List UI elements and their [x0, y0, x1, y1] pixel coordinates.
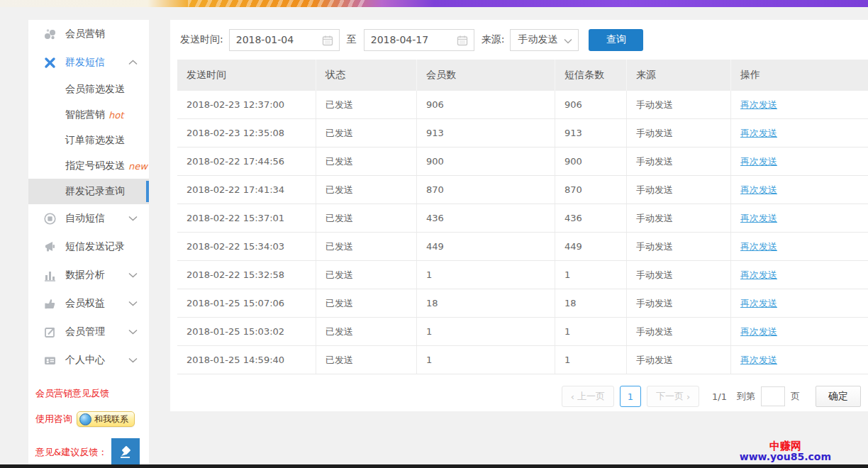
- cell-status: 已发送: [316, 233, 417, 260]
- column-header-member-count: 会员数: [417, 60, 555, 91]
- cell-status: 已发送: [316, 176, 417, 204]
- confirm-button[interactable]: 确定: [816, 386, 861, 407]
- member-marketing-feedback-link[interactable]: 会员营销意见反馈: [35, 387, 149, 400]
- resend-link[interactable]: 再次发送: [740, 155, 777, 168]
- cell-send-time: 2018-02-22 17:41:34: [177, 176, 316, 204]
- id-card-icon: [43, 354, 57, 367]
- sidebar-item-label: 个人中心: [65, 354, 105, 367]
- site-watermark: 中赚网 www.you85.com: [740, 441, 831, 462]
- pagination: ‹上一页 1 下一页› 1/1 到第 页 确定: [170, 386, 861, 407]
- cell-member-count: 906: [417, 91, 555, 118]
- sidebar-item-auto-sms[interactable]: 自动短信: [28, 204, 149, 233]
- cell-send-time: 2018-02-22 15:34:03: [177, 233, 316, 260]
- sidebar-item-data-analysis[interactable]: 数据分析: [28, 261, 149, 289]
- goto-page-input[interactable]: [761, 386, 785, 406]
- resend-link[interactable]: 再次发送: [740, 240, 777, 253]
- cell-sms-count: 1: [555, 346, 627, 374]
- cell-source: 手动发送: [627, 233, 731, 260]
- sidebar-item-member-management[interactable]: 会员管理: [28, 318, 149, 346]
- cross-tools-icon: [43, 56, 57, 69]
- resend-link[interactable]: 再次发送: [740, 99, 777, 111]
- cell-actions: 再次发送: [731, 346, 868, 374]
- date-to-input[interactable]: [365, 34, 448, 45]
- chevron-down-icon: [128, 301, 138, 306]
- page-number-button[interactable]: 1: [620, 386, 641, 407]
- chevron-down-icon: [128, 272, 138, 278]
- cell-actions: 再次发送: [731, 233, 868, 260]
- cell-status: 已发送: [316, 147, 417, 175]
- cell-actions: 再次发送: [731, 318, 868, 345]
- goto-label: 到第: [737, 390, 755, 403]
- cell-actions: 再次发送: [731, 119, 868, 147]
- resend-link[interactable]: 再次发送: [740, 127, 777, 140]
- cell-source: 手动发送: [627, 289, 731, 317]
- chevron-down-icon: [128, 329, 138, 335]
- sidebar-item-label: 群发记录查询: [65, 185, 125, 198]
- calendar-icon[interactable]: [322, 35, 333, 46]
- cell-source: 手动发送: [627, 204, 731, 232]
- cell-member-count: 436: [417, 204, 555, 232]
- query-button[interactable]: 查询: [589, 29, 643, 51]
- sidebar-item-member-filter-send[interactable]: 会员筛选发送: [28, 77, 149, 102]
- cell-sms-count: 1: [555, 261, 627, 289]
- cell-send-time: 2018-01-25 14:59:40: [177, 346, 316, 374]
- date-from-field[interactable]: [229, 29, 340, 51]
- sidebar-item-personal-center[interactable]: 个人中心: [28, 346, 149, 374]
- date-from-input[interactable]: [230, 34, 313, 45]
- cell-send-time: 2018-01-25 15:07:06: [177, 289, 316, 317]
- cell-actions: 再次发送: [731, 204, 868, 232]
- cell-member-count: 18: [417, 289, 555, 317]
- date-to-field[interactable]: [364, 29, 474, 51]
- sidebar-item-member-marketing[interactable]: 会员营销: [28, 20, 149, 48]
- table-row: 2018-02-22 17:41:34 已发送 870 870 手动发送 再次发…: [177, 176, 868, 204]
- next-page-button[interactable]: 下一页›: [647, 386, 699, 407]
- megaphone-icon: [43, 240, 57, 254]
- table-row: 2018-02-22 17:44:56 已发送 900 900 手动发送 再次发…: [177, 147, 868, 176]
- cell-status: 已发送: [316, 346, 417, 374]
- resend-link[interactable]: 再次发送: [740, 325, 777, 338]
- sidebar-item-specified-number-send[interactable]: 指定号码发送 new: [28, 153, 149, 179]
- top-banner-image: [0, 0, 868, 7]
- cell-source: 手动发送: [627, 176, 731, 204]
- table-row: 2018-01-25 15:03:02 已发送 1 1 手动发送 再次发送: [177, 318, 868, 346]
- bar-chart-icon: [43, 269, 57, 282]
- sidebar-menu: 会员营销 群发短信 会员筛选发送 智能营销 hot 订单筛选发送 指定号码发送 …: [28, 20, 149, 374]
- cell-source: 手动发送: [627, 119, 731, 147]
- resend-link[interactable]: 再次发送: [740, 212, 777, 225]
- resend-link[interactable]: 再次发送: [740, 184, 777, 196]
- table-row: 2018-02-23 12:37:00 已发送 906 906 手动发送 再次发…: [177, 91, 868, 119]
- prev-page-button[interactable]: ‹上一页: [562, 386, 614, 407]
- sidebar-item-bulk-sms[interactable]: 群发短信: [28, 48, 149, 77]
- contact-me-button[interactable]: 和我联系: [77, 411, 135, 427]
- resend-link[interactable]: 再次发送: [740, 269, 777, 282]
- pencil-diamond-icon: [118, 445, 133, 460]
- cell-sms-count: 870: [555, 176, 627, 204]
- cell-sms-count: 449: [555, 233, 627, 260]
- table-row: 2018-01-25 14:59:40 已发送 1 1 手动发送 再次发送: [177, 346, 868, 374]
- source-select[interactable]: 手动发送: [510, 29, 579, 51]
- cell-member-count: 900: [417, 147, 555, 175]
- cell-send-time: 2018-02-22 15:37:01: [177, 204, 316, 232]
- resend-link[interactable]: 再次发送: [740, 354, 777, 367]
- contact-me-label: 和我联系: [94, 413, 128, 425]
- sidebar-item-order-filter-send[interactable]: 订单筛选发送: [28, 128, 149, 153]
- qq-icon: [79, 413, 91, 425]
- sidebar-item-sms-send-log[interactable]: 短信发送记录: [28, 233, 149, 261]
- sidebar-item-smart-marketing[interactable]: 智能营销 hot: [28, 102, 149, 128]
- cell-sms-count: 436: [555, 204, 627, 232]
- cell-source: 手动发送: [627, 318, 731, 345]
- bubbles-icon: [43, 28, 57, 41]
- suggestion-feedback-button[interactable]: [111, 438, 140, 467]
- cell-status: 已发送: [316, 204, 417, 232]
- sidebar-item-bulk-send-records[interactable]: 群发记录查询: [28, 179, 149, 204]
- table-row: 2018-02-22 15:32:58 已发送 1 1 手动发送 再次发送: [177, 261, 868, 289]
- resend-link[interactable]: 再次发送: [740, 297, 777, 310]
- cell-sms-count: 906: [555, 91, 627, 118]
- chevron-down-icon: [128, 216, 138, 221]
- sidebar-item-member-benefits[interactable]: 会员权益: [28, 289, 149, 318]
- prev-page-label: 上一页: [577, 390, 605, 403]
- cell-source: 手动发送: [627, 91, 731, 118]
- calendar-icon[interactable]: [457, 35, 468, 46]
- sidebar-item-label: 指定号码发送: [65, 160, 125, 172]
- cell-send-time: 2018-02-22 15:32:58: [177, 261, 316, 289]
